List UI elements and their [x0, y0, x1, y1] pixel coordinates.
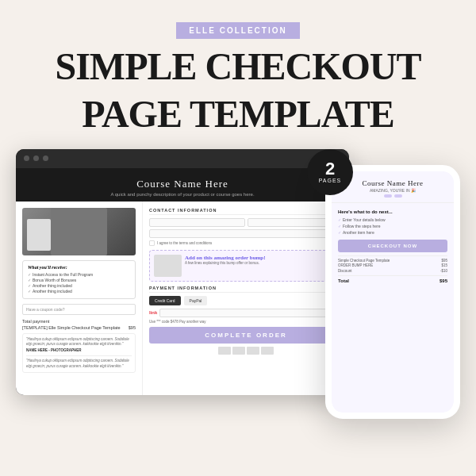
terms-row: I agree to the terms and conditions — [149, 240, 343, 246]
desktop-left-col: What you'll receive: ✓ Instant Access to… — [16, 202, 143, 395]
desktop-topbar — [16, 149, 349, 168]
coupon-row[interactable]: Have a coupon code? — [22, 304, 136, 315]
payment-tabs: Credit Card PayPal — [149, 296, 343, 305]
first-name-field[interactable] — [149, 218, 245, 227]
badge-dot-2 — [394, 194, 402, 198]
product-image-overlay — [27, 219, 51, 251]
testimonial-box: "Hasilnya cukup oklipsum eclipsum odipti… — [22, 333, 136, 373]
link-logo: link — [149, 310, 157, 315]
mobile-item-1: ✓ Enter Your details below — [338, 217, 447, 222]
testimonial-2: "Hasilnya cukup oklipsum eclipsum odipti… — [26, 355, 132, 369]
mobile-badge-row — [338, 194, 447, 198]
mobile-section-title: Here's what to do next... — [338, 209, 447, 214]
check-icon-4: ✓ — [28, 289, 31, 294]
mobile-course-title: Course Name Here — [338, 179, 447, 187]
dot-yellow — [33, 155, 39, 161]
amex-icon — [247, 347, 259, 355]
mobile-total: Total $95 — [338, 278, 447, 283]
mobile-order-row-1: Simple Checkout Page Template $95 — [338, 259, 447, 263]
mobile-check-2: ✓ — [338, 224, 341, 228]
mobile-subtitle: AMAZING, YOU'RE IN 🎉 — [338, 188, 447, 193]
order-bump: Add on this amazing order bump! A few li… — [149, 250, 343, 282]
contact-label: CONTACT INFORMATION — [149, 208, 343, 215]
credit-card-tab[interactable]: Credit Card — [149, 296, 181, 305]
mobile-divider-1 — [338, 255, 447, 256]
main-title: SIMPLE CHECKOUT PAGE TEMPLATE — [0, 47, 476, 135]
badge-container: ELLE COLLECTION — [0, 0, 476, 39]
dot-red — [24, 155, 29, 161]
desktop-content: Course Name Here A quick and punchy desc… — [16, 168, 349, 395]
mobile-mockup: Course Name Here AMAZING, YOU'RE IN 🎉 He… — [325, 165, 460, 419]
bump-text: Add on this amazing order bump! A few li… — [185, 255, 266, 266]
bump-title: Add on this amazing order bump! — [185, 255, 266, 261]
feature-2: ✓ Bonus Worth of Bonuses — [28, 278, 130, 282]
pages-number: 2 — [325, 160, 335, 178]
discover-icon — [261, 347, 274, 355]
desktop-right-col: CONTACT INFORMATION I agree to the terms… — [143, 202, 349, 395]
link-row: link — [149, 309, 343, 317]
feature-3: ✓ Another thing included — [28, 283, 130, 288]
desktop-header: Course Name Here A quick and punchy desc… — [16, 168, 349, 202]
testimonial-author: NAME HERE - Photographer — [26, 348, 132, 352]
product-image — [22, 208, 136, 255]
desktop-mockup: Course Name Here A quick and punchy desc… — [16, 149, 349, 395]
mastercard-icon — [232, 347, 245, 355]
badge-dot-1 — [384, 194, 392, 198]
total-row: Total payment — [22, 319, 136, 324]
mobile-divider-2 — [338, 275, 447, 276]
payment-icons — [149, 347, 343, 355]
title-line2: PAGE TEMPLATE — [0, 94, 476, 134]
check-icon-2: ✓ — [28, 278, 31, 282]
desktop-body: What you'll receive: ✓ Instant Access to… — [16, 202, 349, 395]
mockup-area: Course Name Here A quick and punchy desc… — [16, 149, 460, 435]
mobile-order-row-3: Discount -$10 — [338, 269, 447, 273]
check-icon-3: ✓ — [28, 283, 31, 288]
bump-image — [154, 255, 182, 277]
testimonial-text: "Hasilnya cukup oklipsum eclipsum odipti… — [26, 337, 132, 347]
link-email-field[interactable] — [159, 309, 343, 317]
email-field[interactable] — [149, 229, 343, 238]
terms-text: I agree to the terms and conditions — [157, 241, 212, 245]
name-row — [149, 218, 343, 227]
visa-icon — [218, 347, 231, 355]
pages-badge: 2 PAGES — [307, 149, 353, 195]
collection-badge: ELLE COLLECTION — [176, 22, 299, 39]
mobile-body: Here's what to do next... ✓ Enter Your d… — [332, 203, 454, 413]
mobile-order-row-2: ORDER BUMP HERE $15 — [338, 263, 447, 267]
dot-green — [43, 155, 48, 161]
course-title: Course Name Here — [22, 178, 343, 190]
mobile-item-2: ✓ Follow the steps here — [338, 224, 447, 228]
complete-order-button[interactable]: COMPLETE ORDER — [149, 327, 343, 344]
course-subtitle: A quick and punchy description of your p… — [22, 192, 343, 197]
use-code: Use *** code $478 Pay another way — [149, 320, 343, 324]
bump-sub: A few lines explaining this bump offer o… — [185, 261, 266, 266]
pages-label: PAGES — [319, 178, 342, 183]
features-box: What you'll receive: ✓ Instant Access to… — [22, 260, 136, 299]
mobile-checkout-btn[interactable]: CHECKOUT NOW — [338, 240, 447, 252]
feature-4: ✓ Another thing included — [28, 289, 130, 294]
paypal-tab[interactable]: PayPal — [184, 296, 208, 305]
title-line1: SIMPLE CHECKOUT — [0, 47, 476, 86]
mobile-item-3: ✓ Another item here — [338, 230, 447, 235]
check-icon-1: ✓ — [28, 272, 31, 277]
payment-label: PAYMENT INFORMATION — [149, 286, 343, 293]
terms-checkbox[interactable] — [149, 240, 155, 246]
mobile-check-1: ✓ — [338, 217, 341, 222]
feature-1: ✓ Instant Access to the Full Program — [28, 272, 130, 277]
features-title: What you'll receive: — [28, 265, 130, 270]
testimonial-text-2: "Hasilnya cukup oklipsum eclipsum odipti… — [26, 359, 132, 369]
total-item-row: [TEMPLATE] Elle Simple Checkout Page Tem… — [22, 325, 136, 330]
mobile-inner: Course Name Here AMAZING, YOU'RE IN 🎉 He… — [332, 171, 454, 413]
mobile-check-3: ✓ — [338, 230, 341, 235]
